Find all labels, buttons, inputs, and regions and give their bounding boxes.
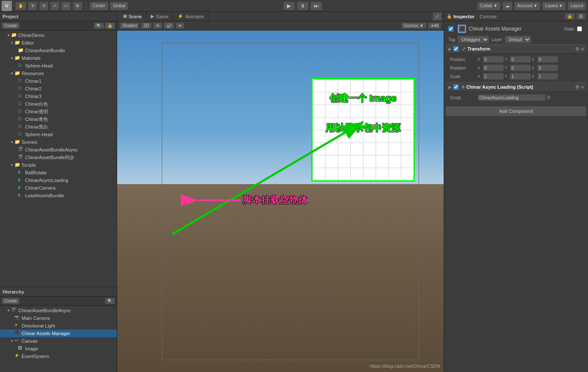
project-scene-sync[interactable]: 🎬 ChinarAssetBundle同步 [0,154,117,161]
script-enabled[interactable] [453,84,459,90]
layout-btn[interactable]: Layout [568,2,586,10]
all-btn[interactable]: ✦All [428,22,441,29]
project-content: ▼ 📁 ChinarDemo ▼ 📁 Editor 📁 ChinarAssetB… [0,31,117,287]
move-tool-btn[interactable]: ✛ [28,2,37,10]
project-ballrotate[interactable]: # BallRotate [0,169,117,176]
project-create-btn[interactable]: Create [2,22,20,29]
collab-btn[interactable]: Collab ▼ [477,2,501,10]
inspector-tab[interactable]: Inspector [453,14,475,19]
rot-y-input[interactable] [510,64,531,71]
project-loadassetsbundle[interactable]: # LoadAssetsBundle [0,192,117,199]
scale-y-input[interactable] [510,73,531,80]
gizmos-btn[interactable]: Gizmos ▼ [401,22,426,29]
project-chinar-transparent[interactable]: ⬡ Chinar透明 [0,108,117,115]
transform-enabled[interactable] [453,46,459,51]
add-component-btn[interactable]: Add Component [446,106,586,116]
pos-z-axis: Z [532,57,536,62]
scene-view[interactable]: 创建一个 Image 用以显示包中资源 [117,31,444,372]
hand-tool-btn[interactable]: ✋ [15,2,26,10]
rot-x-input[interactable] [483,64,504,71]
pos-z-input[interactable] [537,56,558,63]
project-chinar1[interactable]: ⬡ Chinar1 [0,77,117,85]
script-component-header[interactable]: ▶ # Chinar Async Loading (Script) ⚙ ≡ [446,82,586,92]
play-btn[interactable]: ▶ [283,2,295,10]
project-editor[interactable]: ▼ 📁 Editor [0,39,117,47]
project-chinar3[interactable]: ⬡ Chinar3 [0,92,117,100]
rotate-tool-btn[interactable]: ↺ [39,2,48,10]
scene-maximize-btn[interactable]: ⤢ [433,12,442,21]
hierarchy-chinar-assets-manager[interactable]: ⬛ Chinar Assets Manager [0,330,117,337]
hierarchy-image[interactable]: 🖼 Image [0,345,117,352]
tab-animator[interactable]: ⚡ Animator [173,12,208,21]
project-root[interactable]: ▼ 📁 ChinarDemo [0,31,117,39]
project-chinarasyncloading[interactable]: # ChinarAsyncLoading [0,176,117,184]
position-label: Position [450,57,478,62]
project-search-btn[interactable]: 🔍 [94,22,104,29]
project-scene-async[interactable]: 🎬 ChinarAssetBundleAsync [0,146,117,154]
pos-x-input[interactable] [483,56,504,63]
pos-y-axis: Y [505,57,509,62]
console-tab[interactable]: Console [480,14,497,19]
script-value-input[interactable] [478,94,546,101]
fx-btn[interactable]: ✦ [176,22,184,29]
account-label: Account [517,3,532,8]
project-chinarassetbundle[interactable]: 📁 ChinarAssetBundle [0,47,117,54]
2d-btn[interactable]: 2D [141,22,152,29]
inspector-lock-btn[interactable]: 🔒 [565,13,575,20]
center-btn[interactable]: Center [90,2,108,10]
scale-x-input[interactable] [483,73,504,80]
layer-dropdown[interactable]: Default [505,36,531,43]
rect-tool-btn[interactable]: ▭ [61,2,71,10]
step-btn[interactable]: ⏭ [310,2,322,10]
hierarchy-main-camera[interactable]: 📷 Main Camera [0,314,117,322]
object-active-checkbox[interactable] [448,26,453,31]
lighting-btn[interactable]: ☀ [153,22,162,29]
tag-dropdown[interactable]: Untagged [458,36,489,43]
project-scenes[interactable]: ▼ 📁 Scenes [0,138,117,146]
inspector-menu-btn[interactable]: ☰ [577,13,585,20]
hierarchy-scene-root[interactable]: ▼ 🎬 ChinarAssetBundleAsync [0,307,117,314]
script-settings-btn[interactable]: ⚙ [575,84,580,90]
multi-tool-btn[interactable]: ⚙ [73,2,82,10]
project-resources[interactable]: ▼ 📁 Resources [0,70,117,77]
shaded-btn[interactable]: Shaded [120,22,139,29]
project-chinar-bw[interactable]: ⬡ Chinar黑白 [0,123,117,131]
layers-btn[interactable]: Layers ▼ [542,2,566,10]
script-more-btn[interactable]: ≡ [581,84,584,90]
scale-z-input[interactable] [537,73,558,80]
project-sphere-head2[interactable]: ⬡ Sphere-Head [0,131,117,138]
cloud-btn[interactable]: ☁ [502,2,512,10]
hierarchy-search-btn[interactable]: 🔍 [105,298,115,304]
project-lock-btn[interactable]: 🔒 [105,22,115,29]
transform-settings-btn[interactable]: ⚙ [575,46,580,52]
tab-game[interactable]: ▶ Game [146,12,173,21]
static-checkbox[interactable] [577,26,582,31]
account-btn[interactable]: Account ▼ [514,2,540,10]
pos-y-input[interactable] [510,56,531,63]
audio-btn[interactable]: 🔊 [164,22,174,29]
project-chinarcamera[interactable]: # ChinarCamera [0,184,117,192]
pause-btn[interactable]: ⏸ [297,2,309,10]
transform-component-header[interactable]: ▶ ⤢ Transform ⚙ ≡ [446,44,586,53]
scene-view-toolbar: Shaded 2D ☀ 🔊 ✦ Gizmos ▼ ✦All [117,21,444,31]
project-chinar-white[interactable]: ⬡ Chinar白色 [0,100,117,108]
project-scripts[interactable]: ▼ 📁 Scripts [0,161,117,169]
project-sphere-head-mat[interactable]: ⬡ Sphere-Head [0,62,117,70]
unity-logo: U [2,1,12,11]
script-target-btn[interactable]: ⊙ [546,95,551,101]
tab-scene[interactable]: ⊞ Scene [119,12,146,21]
rot-z-input[interactable] [537,64,558,71]
transform-more-btn[interactable]: ≡ [581,46,584,51]
hierarchy-directional-light[interactable]: ☀ Directional Light [0,322,117,330]
hierarchy-create-btn[interactable]: Create [2,298,20,304]
project-chinar-cyan[interactable]: ⬡ Chinar青色 [0,115,117,123]
scale-x-axis: X [478,74,482,78]
project-materials[interactable]: ▼ 📁 Materials [0,54,117,62]
transform-position-fields: X Y Z [478,56,582,63]
hierarchy-event-system[interactable]: ⚡ EventSystem [0,352,117,360]
global-btn[interactable]: Global [110,2,128,10]
scale-tool-btn[interactable]: ⤢ [50,2,59,10]
project-chinar2[interactable]: ⬡ Chinar2 [0,85,117,92]
transform-rotation-row: Rotation X Y Z [448,64,584,72]
hierarchy-canvas[interactable]: ▼ ▭ Canvas [0,337,117,345]
